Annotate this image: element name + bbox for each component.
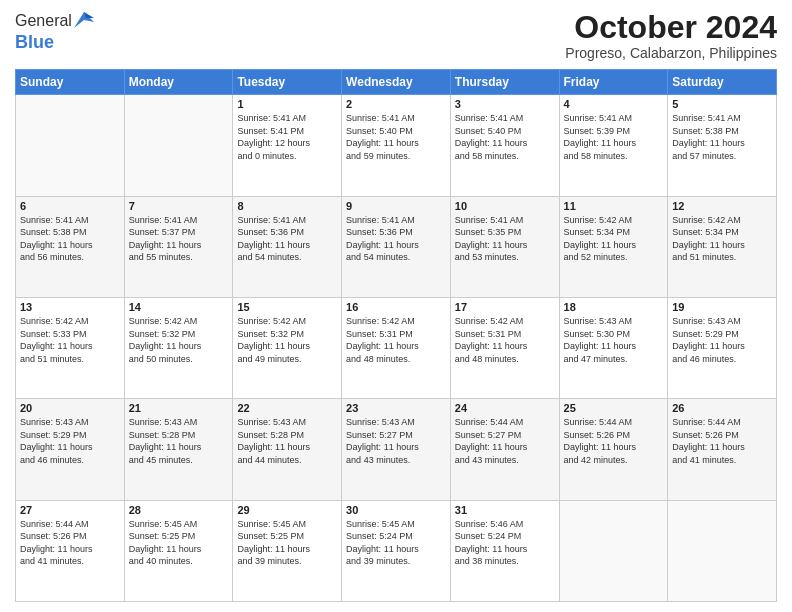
day-number-28: 28 [129,504,229,516]
day-number-8: 8 [237,200,337,212]
day-info-5: Sunrise: 5:41 AM Sunset: 5:38 PM Dayligh… [672,112,772,162]
day-number-30: 30 [346,504,446,516]
day-info-27: Sunrise: 5:44 AM Sunset: 5:26 PM Dayligh… [20,518,120,568]
day-info-31: Sunrise: 5:46 AM Sunset: 5:24 PM Dayligh… [455,518,555,568]
day-cell-2-3: 16Sunrise: 5:42 AM Sunset: 5:31 PM Dayli… [342,297,451,398]
day-info-3: Sunrise: 5:41 AM Sunset: 5:40 PM Dayligh… [455,112,555,162]
location: Progreso, Calabarzon, Philippines [565,45,777,61]
day-info-1: Sunrise: 5:41 AM Sunset: 5:41 PM Dayligh… [237,112,337,162]
day-info-11: Sunrise: 5:42 AM Sunset: 5:34 PM Dayligh… [564,214,664,264]
logo: General Blue [15,10,94,53]
header-saturday: Saturday [668,70,777,95]
header-friday: Friday [559,70,668,95]
day-info-26: Sunrise: 5:44 AM Sunset: 5:26 PM Dayligh… [672,416,772,466]
day-info-17: Sunrise: 5:42 AM Sunset: 5:31 PM Dayligh… [455,315,555,365]
day-cell-4-4: 31Sunrise: 5:46 AM Sunset: 5:24 PM Dayli… [450,500,559,601]
day-cell-0-4: 3Sunrise: 5:41 AM Sunset: 5:40 PM Daylig… [450,95,559,196]
day-cell-2-1: 14Sunrise: 5:42 AM Sunset: 5:32 PM Dayli… [124,297,233,398]
day-info-21: Sunrise: 5:43 AM Sunset: 5:28 PM Dayligh… [129,416,229,466]
day-number-9: 9 [346,200,446,212]
day-number-13: 13 [20,301,120,313]
day-cell-3-2: 22Sunrise: 5:43 AM Sunset: 5:28 PM Dayli… [233,399,342,500]
day-info-13: Sunrise: 5:42 AM Sunset: 5:33 PM Dayligh… [20,315,120,365]
day-cell-3-4: 24Sunrise: 5:44 AM Sunset: 5:27 PM Dayli… [450,399,559,500]
day-cell-1-6: 12Sunrise: 5:42 AM Sunset: 5:34 PM Dayli… [668,196,777,297]
day-info-6: Sunrise: 5:41 AM Sunset: 5:38 PM Dayligh… [20,214,120,264]
day-number-25: 25 [564,402,664,414]
day-cell-0-2: 1Sunrise: 5:41 AM Sunset: 5:41 PM Daylig… [233,95,342,196]
logo-general: General [15,12,72,30]
day-cell-1-3: 9Sunrise: 5:41 AM Sunset: 5:36 PM Daylig… [342,196,451,297]
day-info-24: Sunrise: 5:44 AM Sunset: 5:27 PM Dayligh… [455,416,555,466]
day-number-24: 24 [455,402,555,414]
day-number-6: 6 [20,200,120,212]
day-cell-1-5: 11Sunrise: 5:42 AM Sunset: 5:34 PM Dayli… [559,196,668,297]
day-cell-0-5: 4Sunrise: 5:41 AM Sunset: 5:39 PM Daylig… [559,95,668,196]
day-info-20: Sunrise: 5:43 AM Sunset: 5:29 PM Dayligh… [20,416,120,466]
day-info-15: Sunrise: 5:42 AM Sunset: 5:32 PM Dayligh… [237,315,337,365]
header-sunday: Sunday [16,70,125,95]
day-number-4: 4 [564,98,664,110]
day-number-11: 11 [564,200,664,212]
day-number-14: 14 [129,301,229,313]
calendar-table: Sunday Monday Tuesday Wednesday Thursday… [15,69,777,602]
day-cell-1-1: 7Sunrise: 5:41 AM Sunset: 5:37 PM Daylig… [124,196,233,297]
day-info-12: Sunrise: 5:42 AM Sunset: 5:34 PM Dayligh… [672,214,772,264]
day-number-16: 16 [346,301,446,313]
title-block: October 2024 Progreso, Calabarzon, Phili… [565,10,777,61]
day-cell-0-3: 2Sunrise: 5:41 AM Sunset: 5:40 PM Daylig… [342,95,451,196]
day-number-1: 1 [237,98,337,110]
day-cell-4-1: 28Sunrise: 5:45 AM Sunset: 5:25 PM Dayli… [124,500,233,601]
day-number-26: 26 [672,402,772,414]
day-number-7: 7 [129,200,229,212]
day-number-2: 2 [346,98,446,110]
day-info-8: Sunrise: 5:41 AM Sunset: 5:36 PM Dayligh… [237,214,337,264]
day-number-22: 22 [237,402,337,414]
day-cell-2-4: 17Sunrise: 5:42 AM Sunset: 5:31 PM Dayli… [450,297,559,398]
day-number-19: 19 [672,301,772,313]
weekday-header-row: Sunday Monday Tuesday Wednesday Thursday… [16,70,777,95]
day-cell-2-6: 19Sunrise: 5:43 AM Sunset: 5:29 PM Dayli… [668,297,777,398]
day-info-10: Sunrise: 5:41 AM Sunset: 5:35 PM Dayligh… [455,214,555,264]
header: General Blue October 2024 Progreso, Cala… [15,10,777,61]
day-number-10: 10 [455,200,555,212]
month-title: October 2024 [565,10,777,45]
day-cell-3-3: 23Sunrise: 5:43 AM Sunset: 5:27 PM Dayli… [342,399,451,500]
logo-bird-icon [74,10,94,32]
day-info-22: Sunrise: 5:43 AM Sunset: 5:28 PM Dayligh… [237,416,337,466]
day-info-4: Sunrise: 5:41 AM Sunset: 5:39 PM Dayligh… [564,112,664,162]
day-number-23: 23 [346,402,446,414]
header-thursday: Thursday [450,70,559,95]
day-number-15: 15 [237,301,337,313]
week-row-1: 6Sunrise: 5:41 AM Sunset: 5:38 PM Daylig… [16,196,777,297]
day-cell-3-1: 21Sunrise: 5:43 AM Sunset: 5:28 PM Dayli… [124,399,233,500]
week-row-2: 13Sunrise: 5:42 AM Sunset: 5:33 PM Dayli… [16,297,777,398]
week-row-0: 1Sunrise: 5:41 AM Sunset: 5:41 PM Daylig… [16,95,777,196]
day-info-18: Sunrise: 5:43 AM Sunset: 5:30 PM Dayligh… [564,315,664,365]
day-info-28: Sunrise: 5:45 AM Sunset: 5:25 PM Dayligh… [129,518,229,568]
day-cell-0-1 [124,95,233,196]
day-number-27: 27 [20,504,120,516]
day-info-23: Sunrise: 5:43 AM Sunset: 5:27 PM Dayligh… [346,416,446,466]
day-cell-0-6: 5Sunrise: 5:41 AM Sunset: 5:38 PM Daylig… [668,95,777,196]
day-info-9: Sunrise: 5:41 AM Sunset: 5:36 PM Dayligh… [346,214,446,264]
day-info-29: Sunrise: 5:45 AM Sunset: 5:25 PM Dayligh… [237,518,337,568]
day-cell-2-2: 15Sunrise: 5:42 AM Sunset: 5:32 PM Dayli… [233,297,342,398]
day-cell-1-2: 8Sunrise: 5:41 AM Sunset: 5:36 PM Daylig… [233,196,342,297]
day-info-7: Sunrise: 5:41 AM Sunset: 5:37 PM Dayligh… [129,214,229,264]
day-number-31: 31 [455,504,555,516]
day-cell-4-6 [668,500,777,601]
day-number-3: 3 [455,98,555,110]
day-cell-3-5: 25Sunrise: 5:44 AM Sunset: 5:26 PM Dayli… [559,399,668,500]
logo-blue: Blue [15,32,94,53]
day-number-12: 12 [672,200,772,212]
day-info-2: Sunrise: 5:41 AM Sunset: 5:40 PM Dayligh… [346,112,446,162]
day-number-29: 29 [237,504,337,516]
header-tuesday: Tuesday [233,70,342,95]
week-row-4: 27Sunrise: 5:44 AM Sunset: 5:26 PM Dayli… [16,500,777,601]
week-row-3: 20Sunrise: 5:43 AM Sunset: 5:29 PM Dayli… [16,399,777,500]
day-cell-2-5: 18Sunrise: 5:43 AM Sunset: 5:30 PM Dayli… [559,297,668,398]
day-cell-3-6: 26Sunrise: 5:44 AM Sunset: 5:26 PM Dayli… [668,399,777,500]
day-info-16: Sunrise: 5:42 AM Sunset: 5:31 PM Dayligh… [346,315,446,365]
svg-marker-0 [74,12,94,28]
